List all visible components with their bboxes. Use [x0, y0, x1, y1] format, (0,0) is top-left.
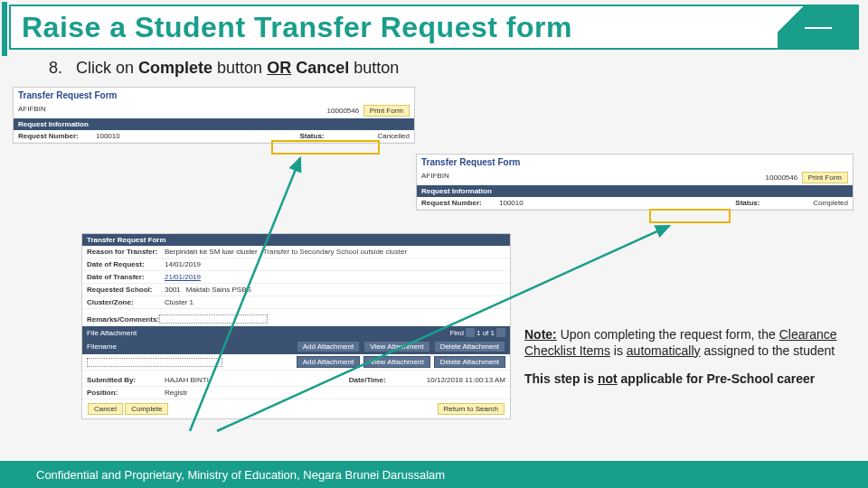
submitted-by-label: Submitted By:	[87, 376, 159, 384]
note-block: Note: Upon completing the request form, …	[524, 327, 841, 400]
nav-prev-icon[interactable]	[466, 328, 475, 337]
form-title: Transfer Request Form	[417, 155, 853, 170]
position-label: Position:	[87, 389, 159, 397]
highlight-completed-status	[649, 209, 731, 223]
add-attachment-button[interactable]: Add Attachment	[297, 341, 360, 352]
date-transfer-label: Date of Transfer:	[87, 273, 159, 281]
school-label: Requested School:	[87, 286, 159, 294]
status-label: Status:	[299, 132, 372, 140]
add-attachment-button[interactable]: Add Attachment	[297, 356, 360, 368]
filename-header: Filename	[87, 343, 117, 351]
school-name: Maktab Sains PSBS	[186, 286, 251, 294]
cancel-button[interactable]: Cancel	[88, 403, 123, 415]
section-request-info: Request Information	[14, 118, 414, 130]
request-number-value: 100010	[96, 132, 120, 140]
datetime-value: 10/12/2018 11:00:13 AM	[427, 376, 505, 384]
form-title: Transfer Request Form	[82, 234, 510, 246]
title-decor	[778, 6, 859, 48]
remarks-label: Remarks/Comments:	[87, 315, 159, 324]
status-label: Status:	[735, 199, 807, 207]
screenshot-completed: Transfer Request Form AFIFBIN 10000546 P…	[416, 154, 854, 211]
student-id-value: 10000546	[766, 174, 798, 182]
form-title: Transfer Request Form	[14, 88, 414, 103]
cluster-label: Cluster/Zone:	[87, 298, 159, 306]
cluster-value: Cluster 1	[165, 298, 193, 306]
title-bar: Raise a Student Transfer Request form	[9, 5, 859, 50]
position-value: Registr	[165, 389, 187, 397]
print-form-button[interactable]: Print Form	[802, 172, 848, 183]
screenshot-cancelled: Transfer Request Form AFIFBIN 10000546 P…	[13, 87, 415, 144]
reason-desc: Transfer to Secondary School outside clu…	[263, 248, 407, 256]
delete-attachment-button[interactable]: Delete Attachment	[434, 341, 505, 352]
status-value-cancelled: Cancelled	[377, 132, 410, 140]
reason-value: Berpindah ke SM luar cluster	[165, 248, 258, 256]
nav-next-icon[interactable]	[496, 328, 505, 337]
request-number-label: Request Number:	[18, 132, 90, 140]
view-attachment-button[interactable]: View Attachment	[363, 341, 429, 352]
file-attachment-header: File Attachment	[87, 329, 137, 337]
request-number-label: Request Number:	[421, 199, 494, 207]
school-code: 3001	[165, 286, 181, 294]
remarks-input[interactable]	[159, 314, 268, 324]
request-number-value: 100010	[499, 199, 524, 207]
datetime-label: Date/Time:	[349, 376, 421, 384]
status-value-completed: Completed	[813, 199, 848, 207]
section-request-info: Request Information	[417, 185, 853, 197]
return-to-search-button[interactable]: Return to Search	[438, 403, 505, 415]
step-text: Click on Complete button OR Cancel butto…	[76, 59, 399, 77]
screenshot-detail-form: Transfer Request Form Reason for Transfe…	[81, 233, 511, 419]
complete-button[interactable]: Complete	[125, 403, 168, 415]
student-id-value: 10000546	[327, 107, 360, 115]
date-request-label: Date of Request:	[87, 260, 159, 268]
pager-text: 1 of 1	[476, 329, 495, 337]
date-request-value: 14/01/2019	[165, 260, 201, 268]
footer-text: Confidential and Proprietary, Ministry o…	[36, 468, 445, 482]
student-id-label: AFIFBIN	[18, 105, 46, 117]
step-instruction: 8. Click on Complete button OR Cancel bu…	[49, 59, 868, 78]
step-number: 8.	[49, 59, 62, 77]
reason-label: Reason for Transfer:	[87, 248, 159, 256]
student-id-label: AFIFBIN	[421, 172, 449, 183]
footer-bar: Confidential and Proprietary, Ministry o…	[0, 461, 868, 488]
date-transfer-value: 21/01/2019	[165, 273, 201, 281]
view-attachment-button[interactable]: View Attachment	[363, 356, 429, 368]
print-form-button[interactable]: Print Form	[363, 105, 410, 117]
page-title: Raise a Student Transfer Request form	[22, 11, 572, 44]
filename-input[interactable]	[87, 358, 222, 367]
submitted-by-value: HAJAH BINTI	[165, 376, 209, 384]
find-link[interactable]: Find	[449, 329, 464, 337]
delete-attachment-button[interactable]: Delete Attachment	[434, 356, 505, 368]
